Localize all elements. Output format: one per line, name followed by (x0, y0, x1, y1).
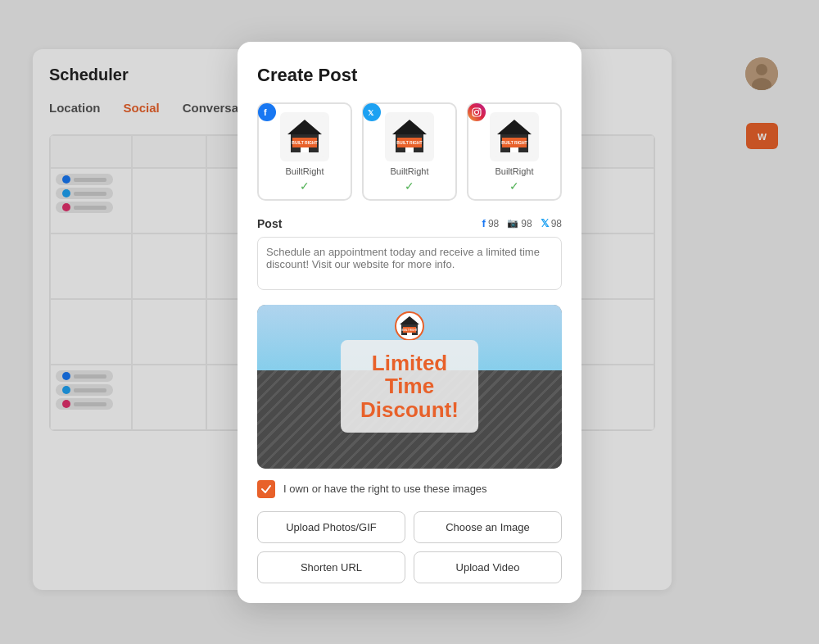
instagram-count-value: 98 (521, 218, 532, 229)
svg-text:f: f (264, 107, 267, 117)
brand-logo-facebook: BUILT RIGHT (280, 112, 329, 161)
facebook-account-name: BuiltRight (285, 166, 324, 176)
brand-logo-image-overlay: BUILT RIGHT (395, 311, 424, 341)
twitter-count-value: 98 (551, 218, 562, 229)
image-rights-checkbox[interactable] (257, 480, 275, 498)
twitter-count-icon: 𝕏 (541, 217, 549, 229)
brand-logo-instagram: BUILT RIGHT (490, 112, 539, 161)
modal-title: Create Post (257, 65, 562, 86)
instagram-icon (468, 103, 486, 121)
post-header: Post f 98 📷 98 𝕏 98 (257, 217, 562, 230)
image-rights-row: I own or have the right to use these ima… (257, 480, 562, 498)
image-rights-label: I own or have the right to use these ima… (283, 483, 487, 495)
facebook-icon: f (258, 103, 276, 121)
twitter-account-name: BuiltRight (390, 166, 428, 176)
svg-text:BUILT RIGHT: BUILT RIGHT (501, 140, 527, 145)
social-card-twitter[interactable]: 𝕏 BUILT RIGHT BuiltRight ✓ (362, 102, 457, 201)
social-card-instagram[interactable]: BUILT RIGHT BuiltRight ✓ (467, 102, 562, 201)
shorten-url-button[interactable]: Shorten URL (257, 551, 405, 583)
modal-overlay: Create Post f (0, 0, 819, 644)
twitter-count: 𝕏 98 (541, 217, 562, 229)
discount-text-line2: Time (360, 374, 459, 398)
twitter-icon: 𝕏 (363, 103, 381, 121)
instagram-account-name: BuiltRight (495, 166, 533, 176)
create-post-modal: Create Post f (238, 42, 581, 603)
upload-photos-button[interactable]: Upload Photos/GIF (257, 511, 405, 543)
facebook-count: f 98 (482, 217, 500, 229)
post-counts: f 98 📷 98 𝕏 98 (482, 217, 562, 229)
twitter-check: ✓ (405, 179, 414, 193)
social-accounts-row: f BUILT RIGHT Bu (257, 102, 562, 201)
facebook-check: ✓ (300, 179, 310, 193)
brand-logo-twitter: BUILT RIGHT (385, 112, 434, 161)
action-buttons-grid: Upload Photos/GIF Choose an Image Shorte… (257, 511, 562, 583)
svg-text:BUILT RIGHT: BUILT RIGHT (292, 140, 317, 145)
instagram-check: ✓ (509, 179, 519, 193)
upload-video-button[interactable]: Upload Video (414, 551, 562, 583)
discount-text-line3: Discount! (360, 398, 459, 422)
choose-image-button[interactable]: Choose an Image (414, 511, 562, 543)
post-image: BUILT RIGHT Limited Time Discount! (257, 305, 562, 469)
facebook-count-value: 98 (488, 218, 499, 229)
svg-marker-27 (400, 316, 419, 324)
facebook-count-icon: f (482, 217, 486, 229)
instagram-count: 📷 98 (507, 217, 532, 229)
instagram-count-icon: 📷 (507, 218, 518, 229)
social-card-facebook[interactable]: f BUILT RIGHT Bu (257, 102, 352, 201)
post-text-input[interactable] (257, 237, 562, 290)
svg-text:BUILT RIGHT: BUILT RIGHT (396, 140, 422, 145)
svg-text:𝕏: 𝕏 (368, 109, 374, 117)
discount-banner: Limited Time Discount! (341, 340, 478, 433)
svg-point-19 (478, 109, 480, 111)
discount-text-line1: Limited (360, 351, 459, 375)
post-label: Post (257, 217, 282, 230)
svg-point-18 (475, 110, 479, 114)
svg-text:BUILT RIGHT: BUILT RIGHT (402, 329, 418, 332)
